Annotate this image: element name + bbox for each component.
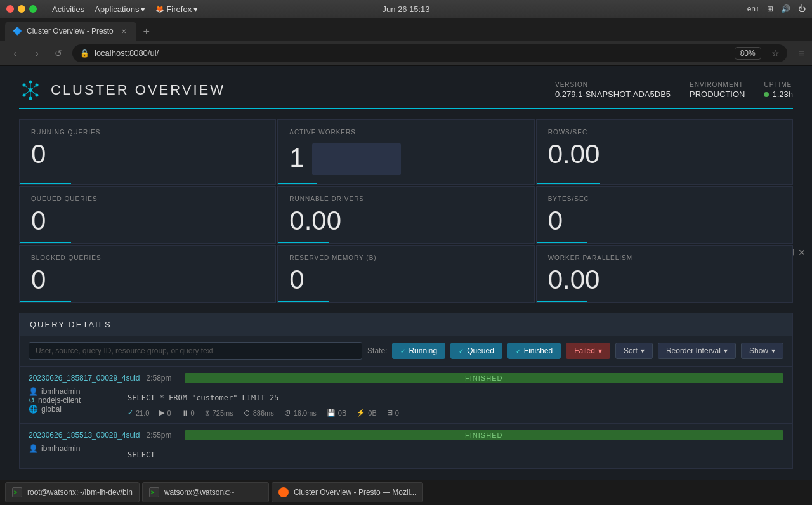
tab-favicon: 🔷 [13, 27, 22, 36]
main-content: CLUSTER OVERVIEW VERSION 0.279.1-SNAPSHO… [0, 66, 812, 480]
filter-running-button[interactable]: ✓ Running [392, 343, 445, 359]
stat-bar-bytes [537, 242, 588, 243]
lock-icon: 🔒 [80, 49, 89, 58]
query-details-header: QUERY DETAILS [20, 313, 792, 336]
taskbar-item-terminal-2[interactable]: >_ watsonx@watsonx:~ [142, 482, 269, 502]
terminal-icon-2: >_ [149, 487, 159, 497]
query-status-1: FINISHED [185, 373, 783, 383]
cluster-meta: VERSION 0.279.1-SNAPSHOT-ADA5DB5 ENVIRON… [555, 81, 793, 99]
filter-queued-button[interactable]: ✓ Queued [450, 343, 502, 359]
tab-close-button[interactable]: ✕ [119, 26, 129, 36]
zoom-badge: 80% [735, 47, 761, 60]
stat-reserved-memory: RESERVED MEMORY (B) 0 [277, 245, 534, 303]
query-id-link-1[interactable]: 20230626_185817_00029_4suid [29, 374, 140, 383]
stat-bar-rows [537, 183, 601, 184]
chevron-down-icon: ▾ [598, 346, 602, 355]
query-sql-section-2: SELECT [128, 444, 783, 462]
stat-bar-running [20, 183, 71, 184]
query-row: 20230626_185817_00029_4suid 2:58pm FINIS… [20, 367, 792, 424]
stat-bar-parallelism [537, 301, 588, 302]
status-dot [764, 92, 769, 97]
stat-bytes-sec: BYTES/SEC 0 [536, 186, 793, 244]
show-button[interactable]: Show ▾ [741, 343, 783, 359]
cluster-title: CLUSTER OVERVIEW [51, 82, 225, 98]
taskbar-item-terminal-1[interactable]: >_ root@watsonx:~/ibm-lh-dev/bin [5, 482, 140, 502]
url-bar[interactable]: 🔒 localhost:8080/ui/ 80% ☆ [72, 44, 787, 62]
check-icon-running: ✓ [400, 348, 405, 355]
query-stat-pause: ⏸ 0 [181, 409, 195, 417]
check-icon-queued: ✓ [459, 348, 464, 355]
taskbar: >_ root@watsonx:~/ibm-lh-dev/bin >_ wats… [0, 480, 812, 505]
query-stat-wall: ⧖ 725ms [205, 409, 233, 417]
query-time-2: 2:55pm [147, 431, 172, 440]
firefox-menu[interactable]: 🦊 Firefox ▾ [155, 4, 198, 14]
query-row-header-1: 20230626_185817_00029_4suid 2:58pm FINIS… [29, 373, 783, 383]
svg-line-8 [30, 85, 37, 90]
environment-meta: ENVIRONMENT PRODUCTION [690, 81, 745, 99]
query-stat-nodes: ⊞ 0 [387, 409, 399, 417]
query-id-link-2[interactable]: 20230626_185513_00028_4suid [29, 431, 140, 440]
query-details-section: QUERY DETAILS State: ✓ Running ✓ Queued … [19, 313, 793, 469]
query-stat-check: ✓ 21.0 [128, 409, 149, 417]
minimize-button[interactable] [18, 5, 25, 13]
taskbar-item-browser[interactable]: Cluster Overview - Presto — Mozil... [272, 482, 423, 502]
filter-failed-button[interactable]: Failed ▾ [566, 343, 610, 359]
query-source-1: ↺ nodejs-client [29, 396, 117, 405]
stat-blocked-queries: BLOCKED QUERIES 0 [19, 245, 276, 303]
query-stat-play: ▶ 0 [159, 409, 171, 417]
query-row-2: 20230626_185513_00028_4suid 2:55pm FINIS… [20, 424, 792, 469]
close-button[interactable] [6, 5, 14, 13]
activities-menu[interactable]: Activities [52, 4, 84, 14]
stat-rows-sec: ROWS/SEC 0.00 [536, 119, 793, 185]
active-tab[interactable]: 🔷 Cluster Overview - Presto ✕ [5, 22, 136, 41]
query-stat-input: 💾 0B [327, 409, 346, 417]
query-stat-scheduled: ⏱ 16.0ms [284, 409, 317, 417]
sort-chevron-icon: ▾ [641, 346, 645, 355]
filter-finished-button[interactable]: ✓ Finished [508, 343, 561, 359]
workers-chart [312, 143, 401, 175]
stat-active-workers: ACTIVE WORKERS 1 [277, 119, 534, 185]
stat-bar-workers [278, 183, 316, 184]
tab-bar: 🔷 Cluster Overview - Presto ✕ + ─ ❐ ✕ [0, 18, 812, 41]
stat-bar-blocked [20, 301, 71, 302]
bookmark-button[interactable]: ☆ [771, 48, 780, 58]
forward-button[interactable]: › [29, 46, 44, 61]
query-user-1: 👤 ibmlhadmin [29, 387, 117, 396]
query-catalog-1: 🌐 global [29, 405, 117, 414]
version-meta: VERSION 0.279.1-SNAPSHOT-ADA5DB5 [555, 81, 671, 99]
query-stat-cpu: ⏱ 886ms [244, 409, 274, 417]
cluster-logo [19, 79, 42, 102]
stat-running-queries: RUNNING QUERIES 0 [19, 119, 276, 185]
sort-button[interactable]: Sort ▾ [615, 343, 653, 359]
new-tab-button[interactable]: + [138, 23, 155, 41]
terminal-icon-1: >_ [12, 487, 22, 497]
traffic-lights [6, 5, 37, 13]
stat-bar-queued [20, 242, 71, 243]
stat-worker-parallelism: WORKER PARALLELISM 0.00 [536, 245, 793, 303]
address-bar: ‹ › ↺ 🔒 localhost:8080/ui/ 80% ☆ ≡ [0, 41, 812, 66]
query-sql-section-1: SELECT * FROM "customer" LIMIT 25 ✓ 21.0… [128, 387, 783, 417]
stats-grid: RUNNING QUERIES 0 ACTIVE WORKERS 1 ROWS/… [19, 119, 793, 303]
query-stat-output: ⚡ 0B [357, 409, 376, 417]
title-bar-left: Activities Applications ▾ 🦊 Firefox ▾ [52, 4, 198, 14]
browser-chrome: 🔷 Cluster Overview - Presto ✕ + ─ ❐ ✕ ‹ … [0, 18, 812, 66]
uptime-meta: UPTIME 1.23h [764, 81, 793, 99]
svg-line-9 [24, 90, 30, 95]
back-button[interactable]: ‹ [8, 46, 23, 61]
refresh-button[interactable]: ↺ [51, 46, 66, 61]
reorder-chevron-icon: ▾ [724, 346, 728, 355]
cluster-header: CLUSTER OVERVIEW VERSION 0.279.1-SNAPSHO… [19, 79, 793, 109]
query-controls: State: ✓ Running ✓ Queued ✓ Finished Fai… [20, 336, 792, 367]
firefox-icon [278, 487, 289, 497]
reorder-interval-button[interactable]: Reorder Interval ▾ [658, 343, 736, 359]
tab-title: Cluster Overview - Presto [27, 27, 114, 36]
browser-menu-button[interactable]: ≡ [799, 48, 804, 59]
stat-bar-memory [278, 301, 329, 302]
close-window-button[interactable]: ✕ [798, 247, 806, 258]
query-time-1: 2:58pm [147, 374, 172, 383]
check-icon-finished: ✓ [516, 348, 521, 355]
query-stats-row-1: ✓ 21.0 ▶ 0 ⏸ 0 ⧖ 725ms [128, 409, 783, 417]
applications-menu[interactable]: Applications ▾ [95, 4, 145, 14]
query-search-input[interactable] [29, 342, 362, 360]
maximize-button[interactable] [29, 5, 37, 13]
